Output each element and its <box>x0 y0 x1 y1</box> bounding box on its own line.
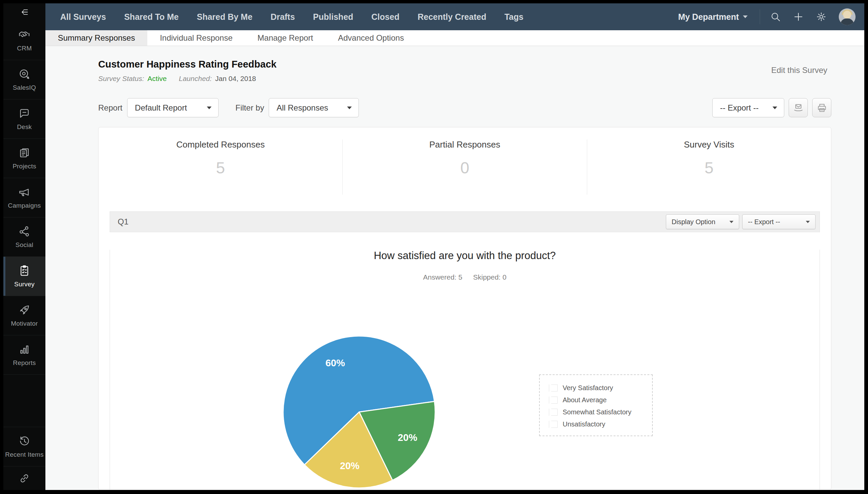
stat-label: Partial Responses <box>343 139 587 150</box>
report-label: Report <box>98 103 123 113</box>
chart-subtitle: Answered: 5 Skipped: 0 <box>110 273 819 281</box>
sidebar-item-label: Projects <box>13 163 36 170</box>
nav-item-closed[interactable]: Closed <box>371 12 399 22</box>
projects-documents-icon <box>18 147 31 159</box>
stat-label: Completed Responses <box>98 139 343 150</box>
sidebar-item-link[interactable] <box>3 467 45 490</box>
rail-spacer <box>3 375 45 427</box>
sidebar-item-projects[interactable]: Projects <box>3 139 45 178</box>
question-panel: Q1 Display Option -- Export -- <box>110 211 820 490</box>
deliver-report-button[interactable] <box>789 98 808 117</box>
legend-item-unsatisfactory[interactable]: Unsatisfactory <box>549 418 652 430</box>
skipped-stat: Skipped: 0 <box>473 273 506 281</box>
survey-header: Customer Happiness Rating Feedback Surve… <box>98 59 831 83</box>
stat-value: 5 <box>587 159 831 177</box>
display-option-dropdown[interactable]: Display Option <box>666 214 739 229</box>
settings-button[interactable] <box>816 12 827 22</box>
create-new-button[interactable] <box>793 12 804 22</box>
edit-survey-link[interactable]: Edit this Survey <box>771 65 827 75</box>
stat-value: 0 <box>343 159 587 177</box>
avatar-graphic <box>841 18 854 25</box>
report-tabbar: Summary Responses Individual Response Ma… <box>45 30 864 46</box>
sidebar-item-recent-items[interactable]: Recent Items <box>3 427 45 467</box>
question-export-label: -- Export -- <box>748 218 780 226</box>
salesiq-target-icon <box>18 68 31 80</box>
sidebar-item-label: Recent Items <box>5 451 43 458</box>
stat-survey-visits: Survey Visits 5 <box>587 139 831 194</box>
nav-item-shared-by-me[interactable]: Shared By Me <box>197 12 252 22</box>
sidebar-item-label: Social <box>16 241 33 249</box>
tab-manage-report[interactable]: Manage Report <box>245 30 326 46</box>
export-select[interactable]: -- Export -- <box>712 98 784 117</box>
nav-item-all-surveys[interactable]: All Surveys <box>60 12 106 22</box>
crm-handshake-icon <box>18 28 31 41</box>
app-rail: CRM SalesIQ Desk Projects Campaigns Soci… <box>3 3 45 490</box>
sidebar-item-salesiq[interactable]: SalesIQ <box>3 60 45 99</box>
legend-item-very-satisfactory[interactable]: Very Satisfactory <box>549 382 652 394</box>
pie-slice-label: 60% <box>326 358 345 368</box>
social-share-icon <box>18 225 31 238</box>
tab-advanced-options[interactable]: Advanced Options <box>326 30 416 46</box>
print-button[interactable] <box>812 98 831 117</box>
filter-select-value: All Responses <box>276 103 328 113</box>
search-button[interactable] <box>770 12 781 22</box>
sidebar-item-motivator[interactable]: Motivator <box>3 296 45 335</box>
sidebar-item-survey[interactable]: Survey <box>3 257 45 296</box>
legend-label: Somewhat Satisfactory <box>562 408 632 416</box>
legend-item-somewhat-satisfactory[interactable]: Somewhat Satisfactory <box>549 406 652 418</box>
legend-label: Very Satisfactory <box>562 384 613 392</box>
nav-item-published[interactable]: Published <box>313 12 353 22</box>
department-label: My Department <box>678 12 739 22</box>
nav-item-shared-to-me[interactable]: Shared To Me <box>124 12 179 22</box>
stat-value: 5 <box>98 159 343 177</box>
report-select[interactable]: Default Report <box>127 98 219 117</box>
legend-swatch-icon <box>549 384 558 392</box>
stats-row: Completed Responses 5 Partial Responses … <box>98 127 831 194</box>
legend-item-about-average[interactable]: About Average <box>549 394 652 406</box>
main-column: All Surveys Shared To Me Shared By Me Dr… <box>45 3 864 490</box>
filter-by-label: Filter by <box>235 103 264 113</box>
sidebar-item-label: Desk <box>17 124 32 131</box>
sidebar-item-desk[interactable]: Desk <box>3 99 45 139</box>
sidebar-item-reports[interactable]: Reports <box>3 335 45 375</box>
summary-card: Completed Responses 5 Partial Responses … <box>98 127 831 490</box>
sidebar-item-label: Survey <box>14 281 34 288</box>
page-title: Customer Happiness Rating Feedback <box>98 59 831 70</box>
nav-item-tags[interactable]: Tags <box>504 12 524 22</box>
department-dropdown[interactable]: My Department <box>678 12 747 22</box>
legend-swatch-icon <box>549 421 558 428</box>
sidebar-item-label: Reports <box>13 359 36 367</box>
legend-label: Unsatisfactory <box>562 420 605 428</box>
nav-item-drafts[interactable]: Drafts <box>271 12 295 22</box>
desk-chat-icon <box>18 107 31 120</box>
user-avatar[interactable] <box>839 8 855 25</box>
recent-items-history-icon <box>18 435 31 447</box>
tab-individual-response[interactable]: Individual Response <box>147 30 245 46</box>
avatar-graphic <box>843 11 851 19</box>
sidebar-item-social[interactable]: Social <box>3 217 45 257</box>
caret-down-icon <box>207 107 211 109</box>
app-window: CRM SalesIQ Desk Projects Campaigns Soci… <box>3 3 864 490</box>
reports-barchart-icon <box>18 343 31 356</box>
printer-icon <box>816 102 827 113</box>
search-icon <box>770 12 781 22</box>
display-option-label: Display Option <box>671 218 715 226</box>
collapse-sidebar-button[interactable] <box>3 3 45 21</box>
sidebar-item-label: SalesIQ <box>13 84 36 91</box>
sidebar-item-campaigns[interactable]: Campaigns <box>3 178 45 217</box>
launched-date: Jan 04, 2018 <box>215 75 256 83</box>
nav-item-recently-created[interactable]: Recently Created <box>418 12 486 22</box>
tab-summary-responses[interactable]: Summary Responses <box>45 30 147 46</box>
filter-select[interactable]: All Responses <box>269 98 359 117</box>
survey-meta: Survey Status: Active Launched: Jan 04, … <box>98 75 831 83</box>
page-content: Customer Happiness Rating Feedback Surve… <box>45 46 864 490</box>
caret-down-icon <box>743 16 747 18</box>
sidebar-item-crm[interactable]: CRM <box>3 21 45 60</box>
sidebar-item-label: Motivator <box>11 320 38 327</box>
deliver-mail-icon <box>793 102 804 113</box>
question-export-dropdown[interactable]: -- Export -- <box>742 214 815 229</box>
question-header: Q1 Display Option -- Export -- <box>110 211 820 232</box>
status-label: Survey Status: <box>98 75 144 83</box>
sidebar-item-label: CRM <box>17 45 32 52</box>
legend-swatch-icon <box>549 397 558 404</box>
